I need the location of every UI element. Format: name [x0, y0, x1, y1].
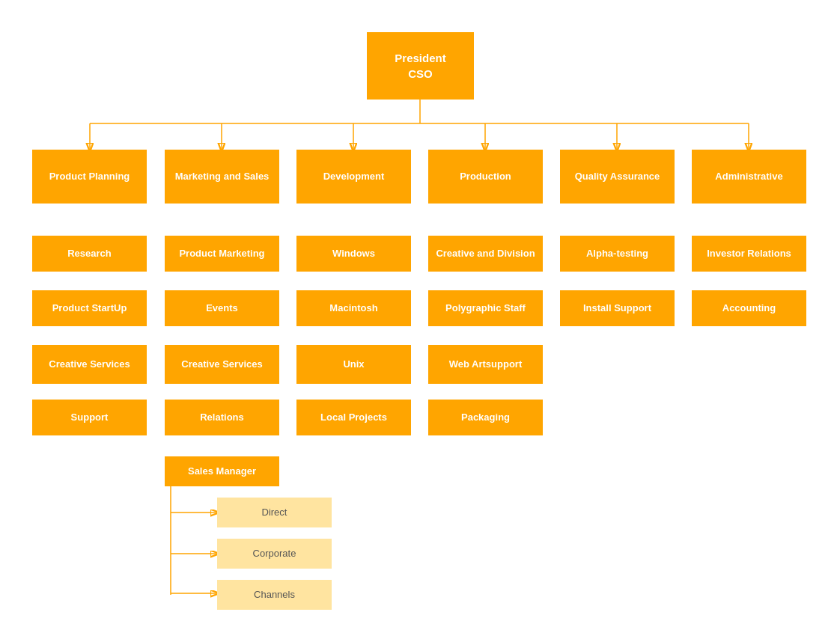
web-artsupport-label: Web Artsupport — [449, 358, 523, 371]
president-title: President CSO — [395, 50, 445, 82]
creative-division-label: Creative and Division — [436, 248, 535, 260]
creative-services-1-box: Creative Services — [32, 345, 147, 384]
corporate-box: Corporate — [217, 539, 332, 569]
unix-box: Unix — [296, 345, 411, 384]
product-planning-label: Product Planning — [49, 171, 130, 183]
production-label: Production — [460, 171, 511, 183]
administrative-box: Administrative — [692, 150, 806, 204]
polygraphic-staff-label: Polygraphic Staff — [445, 302, 526, 315]
local-projects-box: Local Projects — [296, 400, 411, 435]
events-label: Events — [206, 302, 238, 315]
polygraphic-staff-box: Polygraphic Staff — [428, 290, 543, 326]
production-box: Production — [428, 150, 543, 204]
product-startup-box: Product StartUp — [32, 290, 147, 326]
relations-label: Relations — [200, 412, 244, 424]
web-artsupport-box: Web Artsupport — [428, 345, 543, 384]
investor-relations-box: Investor Relations — [692, 236, 806, 272]
creative-division-box: Creative and Division — [428, 236, 543, 272]
marketing-sales-label: Marketing and Sales — [175, 171, 270, 183]
alpha-testing-box: Alpha-testing — [560, 236, 675, 272]
accounting-box: Accounting — [692, 290, 806, 326]
quality-assurance-label: Quality Assurance — [575, 171, 660, 183]
local-projects-label: Local Projects — [320, 412, 387, 424]
relations-box: Relations — [165, 400, 279, 435]
product-startup-label: Product StartUp — [52, 302, 127, 315]
corporate-label: Corporate — [253, 548, 296, 560]
creative-services-1-label: Creative Services — [49, 358, 130, 371]
product-marketing-box: Product Marketing — [165, 236, 279, 272]
creative-services-2-box: Creative Services — [165, 345, 279, 384]
channels-box: Channels — [217, 580, 332, 610]
sales-manager-label: Sales Manager — [188, 465, 256, 478]
events-box: Events — [165, 290, 279, 326]
sales-manager-box: Sales Manager — [165, 456, 279, 486]
windows-label: Windows — [332, 248, 375, 260]
direct-box: Direct — [217, 498, 332, 527]
development-label: Development — [323, 171, 385, 183]
research-box: Research — [32, 236, 147, 272]
development-box: Development — [296, 150, 411, 204]
investor-relations-label: Investor Relations — [707, 248, 791, 260]
alpha-testing-label: Alpha-testing — [586, 248, 648, 260]
research-label: Research — [67, 248, 112, 260]
product-marketing-label: Product Marketing — [179, 248, 264, 260]
org-chart: President CSO Product Planning Marketing… — [0, 0, 840, 618]
install-support-label: Install Support — [583, 302, 651, 315]
quality-assurance-box: Quality Assurance — [560, 150, 675, 204]
support-label: Support — [71, 412, 109, 424]
accounting-label: Accounting — [722, 302, 776, 315]
president-box: President CSO — [367, 32, 474, 100]
support-box: Support — [32, 400, 147, 435]
install-support-box: Install Support — [560, 290, 675, 326]
administrative-label: Administrative — [715, 171, 782, 183]
macintosh-box: Macintosh — [296, 290, 411, 326]
product-planning-box: Product Planning — [32, 150, 147, 204]
unix-label: Unix — [343, 358, 364, 371]
marketing-sales-box: Marketing and Sales — [165, 150, 279, 204]
macintosh-label: Macintosh — [329, 302, 377, 315]
packaging-label: Packaging — [461, 412, 510, 424]
windows-box: Windows — [296, 236, 411, 272]
channels-label: Channels — [254, 589, 295, 602]
creative-services-2-label: Creative Services — [181, 358, 262, 371]
direct-label: Direct — [262, 507, 287, 519]
packaging-box: Packaging — [428, 400, 543, 435]
